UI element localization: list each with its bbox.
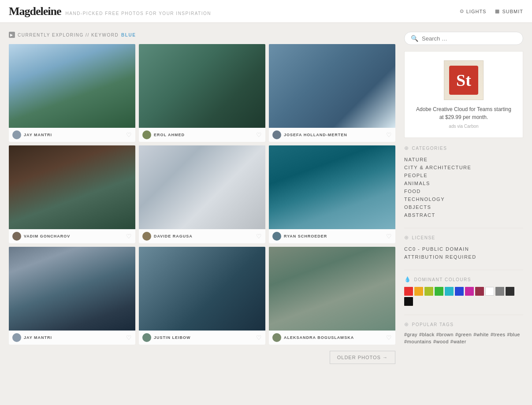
photo-card: Vadim Goncharov ♡ — [9, 145, 135, 243]
color-swatch-red[interactable] — [404, 287, 413, 296]
favorite-button[interactable]: ♡ — [126, 131, 132, 138]
favorite-button[interactable]: ♡ — [386, 334, 392, 341]
color-swatch-dark-red[interactable] — [475, 287, 484, 296]
categories-icon: ⊕ — [404, 145, 409, 151]
avatar — [272, 232, 281, 241]
author-area: Vadim Goncharov — [12, 232, 70, 241]
photo-image[interactable] — [9, 247, 135, 331]
favorite-button[interactable]: ♡ — [256, 233, 262, 240]
license-icon: ⊕ — [404, 234, 409, 241]
avatar — [12, 130, 21, 139]
author-area: Ryan Schroeder — [272, 232, 327, 241]
favorite-button[interactable]: ♡ — [126, 233, 132, 240]
breadcrumb-keyword: BLUE — [121, 33, 136, 37]
avatar — [272, 130, 281, 139]
license-title: ⊕ License — [404, 234, 523, 241]
license-item[interactable]: CC0 - PUBLIC DOMAIN — [404, 245, 523, 253]
site-logo[interactable]: Magdeleine — [9, 5, 61, 18]
author-area: Josefa Holland-Merten — [272, 130, 347, 139]
category-item[interactable]: OBJECTS — [404, 203, 523, 211]
favorite-button[interactable]: ♡ — [386, 233, 392, 240]
ad-block: St Adobe Creative Cloud for Teams starti… — [404, 51, 523, 138]
submit-icon: ▦ — [495, 8, 500, 14]
photo-footer: Justin Leibow ♡ — [139, 331, 265, 345]
tag-brown[interactable]: #brown — [436, 332, 454, 337]
photo-footer: Ryan Schroeder ♡ — [269, 229, 395, 243]
older-photos-button[interactable]: OLDER PHOTOS → — [330, 351, 395, 364]
ad-text: Adobe Creative Cloud for Teams starting … — [413, 105, 514, 121]
search-box[interactable]: 🔍 — [404, 32, 523, 45]
photo-card: Justin Leibow ♡ — [139, 247, 265, 345]
avatar — [12, 232, 21, 241]
category-item[interactable]: ABSTRACT — [404, 211, 523, 219]
photo-image[interactable] — [139, 247, 265, 331]
colours-icon: 💧 — [404, 276, 412, 282]
category-item[interactable]: ANIMALS — [404, 179, 523, 187]
divider — [404, 315, 523, 315]
tag-white[interactable]: #white — [473, 332, 489, 337]
tag-water[interactable]: #water — [450, 339, 466, 344]
tags-icon: ⊕ — [404, 321, 409, 327]
color-swatch-orange[interactable] — [414, 287, 423, 296]
tag-mountains[interactable]: #mountains — [404, 339, 432, 344]
color-swatch-white[interactable] — [485, 287, 494, 296]
tag-trees[interactable]: #trees — [491, 332, 506, 337]
search-input[interactable] — [422, 35, 517, 42]
photo-footer: Josefa Holland-Merten ♡ — [269, 128, 395, 142]
photo-card: Josefa Holland-Merten ♡ — [269, 44, 395, 142]
photo-card: Aleksandra Boguslawska ♡ — [269, 247, 395, 345]
favorite-button[interactable]: ♡ — [256, 131, 262, 138]
license-list: CC0 - PUBLIC DOMAINATTRIBUTION REQUIRED — [404, 245, 523, 261]
photo-footer: Jay Mantri ♡ — [9, 331, 135, 345]
category-item[interactable]: CITY & ARCHITECTURE — [404, 163, 523, 171]
colours-title: 💧 Dominant Colours — [404, 276, 523, 282]
photo-image[interactable] — [269, 145, 395, 229]
photo-footer: Vadim Goncharov ♡ — [9, 229, 135, 243]
photo-image[interactable] — [269, 44, 395, 128]
photo-image[interactable] — [9, 44, 135, 128]
tag-gray[interactable]: #gray — [404, 332, 417, 337]
category-item[interactable]: PEOPLE — [404, 171, 523, 179]
color-swatch-yellow-green[interactable] — [424, 287, 433, 296]
photo-image[interactable] — [9, 145, 135, 229]
tag-wood[interactable]: #wood — [433, 339, 449, 344]
favorite-button[interactable]: ♡ — [126, 334, 132, 341]
photo-card: Jay Mantri ♡ — [9, 44, 135, 142]
category-item[interactable]: FOOD — [404, 187, 523, 195]
photo-image[interactable] — [139, 145, 265, 229]
author-area: Davide Ragusa — [142, 232, 193, 241]
category-item[interactable]: TECHNOLOGY — [404, 195, 523, 203]
photo-footer: Erol Ahmed ♡ — [139, 128, 265, 142]
author-area: Justin Leibow — [142, 333, 191, 342]
favorite-button[interactable]: ♡ — [256, 334, 262, 341]
license-label: License — [412, 235, 435, 240]
tag-black[interactable]: #black — [419, 332, 435, 337]
tags-section: ⊕ Popular Tags #gray#black#brown#green#w… — [404, 321, 523, 344]
lights-nav-item[interactable]: ⊙ LIGHTS — [460, 8, 487, 14]
color-swatch-green[interactable] — [435, 287, 443, 296]
color-swatch-gray[interactable] — [495, 287, 504, 296]
ad-logo[interactable]: St — [444, 60, 484, 100]
photo-image[interactable] — [139, 44, 265, 128]
color-swatch-dark[interactable] — [506, 287, 514, 296]
submit-nav-item[interactable]: ▦ SUBMIT — [495, 8, 523, 14]
tag-green[interactable]: #green — [455, 332, 472, 337]
ad-logo-letter: St — [449, 66, 478, 95]
author-name: Jay Mantri — [24, 335, 52, 340]
color-swatch-teal[interactable] — [445, 287, 454, 296]
lights-label: LIGHTS — [466, 9, 487, 14]
tag-blue[interactable]: #blue — [507, 332, 520, 337]
author-name: Aleksandra Boguslawska — [284, 335, 354, 340]
avatar — [142, 333, 151, 342]
breadcrumb: ▶ Currently Exploring // Keyword BLUE — [9, 32, 395, 38]
license-item[interactable]: ATTRIBUTION REQUIRED — [404, 253, 523, 261]
categories-section: ⊕ Categories NATURECITY & ARCHITECTUREPE… — [404, 145, 523, 219]
favorite-button[interactable]: ♡ — [386, 131, 392, 138]
color-swatch-pink[interactable] — [465, 287, 474, 296]
photo-image[interactable] — [269, 247, 395, 331]
category-item[interactable]: NATURE — [404, 156, 523, 163]
color-swatch-black[interactable] — [404, 297, 413, 306]
color-swatch-blue[interactable] — [455, 287, 464, 296]
submit-label: SUBMIT — [502, 9, 523, 14]
photo-card: Jay Mantri ♡ — [9, 247, 135, 345]
